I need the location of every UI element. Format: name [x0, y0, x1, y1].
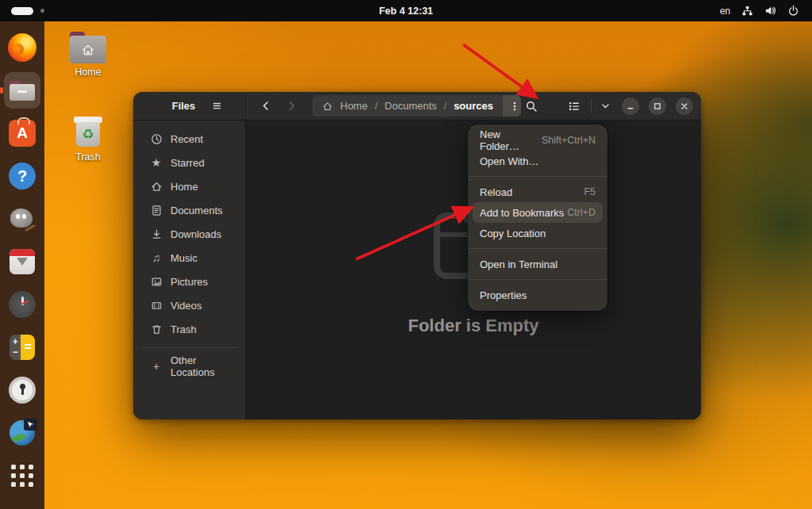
remote-desktop-icon: [10, 420, 35, 446]
dock-firefox[interactable]: [4, 29, 40, 66]
firefox-icon: [8, 33, 36, 62]
menu-separator: [468, 279, 607, 280]
sidebar-separator: [141, 347, 237, 348]
folder-context-menu: New Folder… Shift+Ctrl+N Open With… Relo…: [468, 124, 607, 311]
menu-item-open-in-terminal[interactable]: Open in Terminal: [473, 254, 603, 274]
system-tray[interactable]: en: [720, 5, 799, 17]
dock-remote-desktop[interactable]: [4, 415, 40, 451]
video-icon: [150, 299, 163, 312]
power-icon[interactable]: [787, 5, 799, 17]
dock-files[interactable]: [4, 72, 40, 109]
menu-separator: [468, 176, 607, 177]
star-icon: ★: [150, 156, 163, 169]
search-button[interactable]: [521, 96, 542, 117]
package-installer-icon: [10, 249, 35, 274]
recent-clock-icon: [150, 132, 163, 145]
network-wired-icon[interactable]: [741, 5, 753, 17]
dock: A ? +− =: [0, 21, 44, 509]
passwords-keys-icon: [9, 377, 36, 404]
desktop-icon-label: Trash: [60, 151, 116, 163]
sidebar-item-documents[interactable]: Documents: [137, 198, 241, 222]
sidebar: Recent ★ Starred Home Documents Download…: [133, 121, 246, 419]
app-grid-icon: [11, 465, 33, 487]
menu-separator: [468, 248, 607, 249]
dock-app-grid[interactable]: [4, 457, 40, 494]
menu-item-add-to-bookmarks[interactable]: Add to Bookmarks Ctrl+D: [473, 202, 603, 223]
maximize-button[interactable]: [649, 98, 666, 115]
files-window: Files Home / Documents / sources: [133, 92, 701, 419]
breadcrumb: Home / Documents / sources: [312, 95, 521, 117]
clocks-icon: [9, 291, 36, 318]
picture-icon: [150, 275, 163, 288]
dock-ubuntu-software[interactable]: A: [4, 115, 40, 151]
volume-icon[interactable]: [764, 5, 776, 17]
help-icon: ?: [9, 163, 36, 189]
dock-calculator[interactable]: +− =: [4, 329, 40, 365]
ubuntu-software-icon: A: [9, 120, 36, 147]
divider: [591, 99, 592, 113]
trash-icon: [150, 323, 163, 335]
sidebar-item-downloads[interactable]: Downloads: [137, 222, 241, 246]
breadcrumb-segment-documents[interactable]: Documents: [385, 100, 437, 112]
clock[interactable]: Feb 4 12:31: [0, 6, 812, 17]
home-folder-icon: [70, 32, 106, 63]
close-button[interactable]: [676, 98, 693, 115]
trash-can-icon: ♻: [71, 117, 105, 148]
arrow-to-kebab-menu: [463, 44, 534, 96]
music-note-icon: ♫: [150, 251, 163, 264]
header-actions: [521, 96, 693, 117]
menu-item-open-with[interactable]: Open With…: [473, 151, 603, 171]
dock-help[interactable]: ?: [4, 158, 40, 194]
back-button[interactable]: [255, 96, 276, 117]
menu-item-properties[interactable]: Properties: [473, 285, 603, 305]
breadcrumb-segment-home[interactable]: Home: [340, 100, 368, 112]
sidebar-item-starred[interactable]: ★ Starred: [137, 151, 241, 174]
document-icon: [150, 204, 163, 216]
desktop-icon-home[interactable]: Home: [60, 32, 116, 78]
home-icon: [322, 101, 333, 112]
menu-item-reload[interactable]: Reload F5: [473, 182, 603, 202]
download-icon: [150, 228, 163, 240]
sidebar-item-recent[interactable]: Recent: [137, 127, 241, 151]
sidebar-item-other-locations[interactable]: + Other Locations: [137, 354, 241, 378]
ubuntu-desktop: { "topbar": { "clock": "Feb 4 12:31", "k…: [0, 0, 812, 509]
window-title: Files: [172, 100, 196, 112]
desktop-icon-label: Home: [60, 67, 116, 78]
menu-item-new-folder[interactable]: New Folder… Shift+Ctrl+N: [473, 130, 603, 151]
plus-icon: +: [150, 360, 163, 373]
keyboard-layout-indicator[interactable]: en: [720, 6, 730, 17]
sidebar-item-videos[interactable]: Videos: [137, 293, 241, 317]
nav-buttons: [255, 96, 301, 117]
view-options-chevron-button[interactable]: [598, 96, 612, 117]
dock-clocks[interactable]: [4, 286, 40, 323]
list-view-button[interactable]: [564, 96, 584, 117]
dock-package-installer[interactable]: [4, 243, 40, 280]
dock-passwords[interactable]: [4, 372, 40, 408]
sidebar-item-music[interactable]: ♫ Music: [137, 246, 241, 270]
hamburger-menu-button[interactable]: [206, 96, 227, 117]
dock-gimp[interactable]: [4, 201, 40, 237]
minimize-button[interactable]: [622, 98, 639, 115]
breadcrumb-path: Home / Documents / sources: [312, 100, 503, 112]
files-icon: [10, 81, 35, 101]
menu-item-copy-location[interactable]: Copy Location: [473, 223, 603, 243]
sidebar-item-home[interactable]: Home: [137, 174, 241, 198]
empty-folder-text: Folder is Empty: [408, 316, 538, 336]
sidebar-item-trash[interactable]: Trash: [137, 317, 241, 341]
gimp-icon: [9, 207, 36, 231]
window-menu-kebab-button[interactable]: [503, 95, 521, 117]
sidebar-header: Files: [133, 92, 246, 120]
desktop-icon-trash[interactable]: ♻ Trash: [60, 117, 116, 163]
top-bar: Feb 4 12:31 en: [0, 0, 812, 21]
calculator-icon: +− =: [10, 335, 35, 360]
sidebar-item-pictures[interactable]: Pictures: [137, 270, 241, 293]
breadcrumb-segment-sources[interactable]: sources: [454, 100, 493, 112]
home-icon: [150, 180, 163, 193]
header-bar: Files Home / Documents / sources: [133, 92, 701, 121]
forward-button-disabled[interactable]: [281, 96, 301, 117]
